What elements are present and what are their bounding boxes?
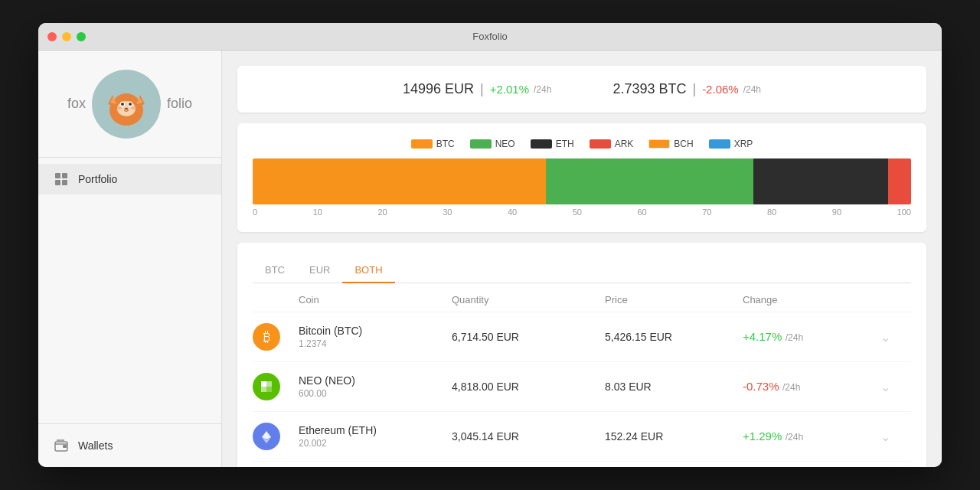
axis-80: 80 xyxy=(767,207,776,217)
titlebar: Foxfolio xyxy=(38,23,942,51)
table-card: BTC EUR BOTH Coin Quantity Price Change xyxy=(237,243,926,467)
axis-20: 20 xyxy=(377,207,387,217)
neo-change-period: /24h xyxy=(782,382,800,393)
main-content: 14996 EUR | +2.01% /24h 2.7393 BTC | -2.… xyxy=(222,51,942,467)
col-price-header: Price xyxy=(605,294,743,305)
legend-ark: ARK xyxy=(590,139,634,149)
neo-change-cell: -0.73% /24h xyxy=(743,380,880,394)
btc-change-value: +4.17% xyxy=(743,330,782,343)
maximize-button[interactable] xyxy=(77,32,86,41)
btc-coin-icon: ₿ xyxy=(253,323,280,351)
sidebar-item-portfolio[interactable]: Portfolio xyxy=(38,164,221,194)
neo-quantity-sub: 600.00 xyxy=(299,388,452,399)
btc-change-period: /24h xyxy=(786,332,803,343)
svg-point-11 xyxy=(129,103,132,106)
col-change-header: Change xyxy=(743,294,880,305)
btc-segment xyxy=(253,158,546,204)
btc-separator: | xyxy=(692,81,696,97)
sidebar-portfolio-label: Portfolio xyxy=(78,173,117,185)
axis-10: 10 xyxy=(313,207,322,217)
logo-row: fox xyxy=(67,70,192,139)
axis-70: 70 xyxy=(702,207,711,217)
chart-bar xyxy=(253,158,911,204)
axis-40: 40 xyxy=(508,207,517,217)
eth-legend-label: ETH xyxy=(556,139,574,149)
eth-coin-icon xyxy=(253,423,280,450)
col-icon-header xyxy=(253,294,299,305)
logo-folio-text: folio xyxy=(167,96,192,112)
ark-legend-label: ARK xyxy=(615,139,634,149)
portfolio-icon xyxy=(54,172,69,187)
sidebar-nav: Portfolio xyxy=(38,158,221,201)
eth-icon-cell xyxy=(253,423,299,450)
axis-0: 0 xyxy=(253,207,257,217)
chart-card: BTC NEO ETH ARK xyxy=(237,123,926,232)
tab-btc[interactable]: BTC xyxy=(253,258,297,283)
legend-neo: NEO xyxy=(470,139,515,149)
eth-expand-icon[interactable]: ⌄ xyxy=(880,430,911,444)
neo-change-value: -0.73% xyxy=(743,380,779,393)
btc-price: 5,426.15 EUR xyxy=(605,331,743,343)
svg-rect-17 xyxy=(261,381,266,387)
eur-period: /24h xyxy=(534,84,551,95)
chart-legend: BTC NEO ETH ARK xyxy=(253,139,911,149)
eur-change: +2.01% xyxy=(490,83,529,96)
chart-bar-container xyxy=(253,158,911,204)
legend-bch: BCH xyxy=(648,139,693,149)
legend-xrp: XRP xyxy=(709,139,753,149)
legend-eth: ETH xyxy=(531,139,574,149)
btc-quantity: 6,714.50 EUR xyxy=(452,331,605,343)
btc-change: -2.06% xyxy=(702,83,739,96)
btc-coin-name: Bitcoin (BTC) xyxy=(299,325,452,337)
neo-segment xyxy=(546,158,753,204)
axis-60: 60 xyxy=(637,207,646,217)
sidebar-logo: fox xyxy=(38,51,221,158)
neo-price: 8.03 EUR xyxy=(605,381,743,393)
svg-rect-16 xyxy=(63,445,67,448)
neo-expand-icon[interactable]: ⌄ xyxy=(880,380,911,394)
table-row: ₿ Bitcoin (BTC) 1.2374 6,714.50 EUR 5,42… xyxy=(253,312,911,362)
sidebar-bottom: Wallets xyxy=(38,423,221,467)
btc-period: /24h xyxy=(743,84,761,95)
eth-change-period: /24h xyxy=(786,432,803,443)
btc-stat: 2.7393 BTC | -2.06% /24h xyxy=(612,81,761,97)
btc-change-cell: +4.17% /24h xyxy=(743,330,880,344)
btc-color xyxy=(411,139,433,149)
sidebar-item-wallets[interactable]: Wallets xyxy=(38,430,221,461)
axis-90: 90 xyxy=(832,207,841,217)
btc-icon-cell: ₿ xyxy=(253,323,299,351)
eth-quantity-sub: 20.002 xyxy=(299,438,452,449)
tab-both[interactable]: BOTH xyxy=(342,258,394,283)
ark-segment xyxy=(888,158,911,204)
xrp-color xyxy=(709,139,730,149)
neo-icon-cell xyxy=(253,373,299,400)
eur-value: 14996 EUR xyxy=(403,81,474,97)
btc-legend-label: BTC xyxy=(436,139,455,149)
eth-coin-name: Ethereum (ETH) xyxy=(299,424,452,436)
neo-coin-icon xyxy=(253,373,280,400)
col-coin-header: Coin xyxy=(299,294,452,305)
bch-color xyxy=(648,139,670,149)
btc-expand-icon[interactable]: ⌄ xyxy=(880,330,911,345)
wallets-icon xyxy=(54,438,69,453)
portfolio-header-card: 14996 EUR | +2.01% /24h 2.7393 BTC | -2.… xyxy=(237,66,926,113)
svg-rect-19 xyxy=(261,387,266,392)
minimize-button[interactable] xyxy=(62,32,71,41)
svg-rect-20 xyxy=(266,387,272,392)
close-button[interactable] xyxy=(47,32,57,41)
ark-color xyxy=(590,139,611,149)
neo-name-cell: NEO (NEO) 600.00 xyxy=(299,374,452,399)
eth-name-cell: Ethereum (ETH) 20.002 xyxy=(299,424,452,449)
neo-legend-label: NEO xyxy=(495,139,515,149)
eur-stat: 14996 EUR | +2.01% /24h xyxy=(403,81,551,97)
eur-separator: | xyxy=(480,81,484,97)
axis-30: 30 xyxy=(443,207,452,217)
eth-color xyxy=(531,139,552,149)
traffic-lights xyxy=(47,32,86,41)
sidebar: fox xyxy=(38,51,222,467)
app-window: Foxfolio fox xyxy=(38,23,942,467)
tab-eur[interactable]: EUR xyxy=(297,258,342,283)
btc-name-cell: Bitcoin (BTC) 1.2374 xyxy=(299,325,452,349)
svg-point-10 xyxy=(121,103,124,106)
xrp-legend-label: XRP xyxy=(734,139,753,149)
